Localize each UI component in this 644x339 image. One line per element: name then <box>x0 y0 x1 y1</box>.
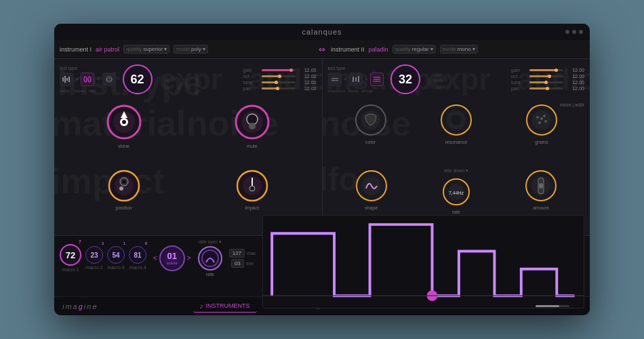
tune1-slider[interactable] <box>262 81 296 83</box>
sequencer-graph[interactable] <box>262 215 584 308</box>
resonance-knob-wrapper: resonance <box>439 102 474 163</box>
chevron2b-icon: ▾ <box>472 46 475 52</box>
svg-rect-30 <box>355 77 357 81</box>
dot3[interactable] <box>579 30 583 34</box>
mute-knob[interactable] <box>233 102 272 142</box>
svg-point-7 <box>106 79 112 81</box>
scene-label: scene <box>167 261 178 265</box>
mode1-val: poly <box>191 46 201 52</box>
gain1-val: 12.00 <box>298 68 317 73</box>
shape-knob[interactable] <box>354 168 389 203</box>
instrument1-panel: inst.type expr audio material noise impa… <box>54 59 323 235</box>
position-knob-wrapper: position <box>106 168 142 228</box>
quality1-label: quality <box>126 46 142 52</box>
main-window: calanques instrument I air patrol qualit… <box>54 24 590 315</box>
instrument1-expr-value[interactable]: 62 <box>123 64 153 94</box>
gain2-slider[interactable] <box>529 69 563 71</box>
quality2-select[interactable]: quality regular ▾ <box>393 45 436 54</box>
section-label: noise | addr <box>560 102 584 107</box>
instrument1-top: inst.type + + <box>54 59 322 100</box>
inst1-icon-skin[interactable] <box>102 73 116 86</box>
rate-down-label: rate down ▾ <box>443 168 468 174</box>
inst1-icon-noise[interactable] <box>60 73 73 86</box>
mode2-label: mode <box>443 46 456 52</box>
shine-knob[interactable] <box>104 102 144 142</box>
quality2-label: quality <box>395 46 411 52</box>
position-knob[interactable] <box>106 168 142 203</box>
chevron1-icon: ▾ <box>164 46 167 52</box>
lfo-max-box[interactable]: 127 <box>229 249 245 258</box>
chevron1b-icon: ▾ <box>203 46 205 52</box>
svg-rect-31 <box>358 76 359 82</box>
vol-slider[interactable] <box>536 305 569 307</box>
macro3-knob[interactable]: 1 54 <box>107 246 125 264</box>
mode2-select[interactable]: mode mono ▾ <box>440 45 478 54</box>
rate-sync-label[interactable]: rate sync ▾ <box>199 239 222 245</box>
svg-rect-28 <box>331 80 338 81</box>
audio1-oct: oct 12.00 <box>243 74 317 79</box>
instrument2-panel: inst.type expr audio noise lfo inst.type… <box>323 59 590 235</box>
oct1-label: oct <box>243 74 260 79</box>
macro4-label: macro 4 <box>129 265 146 270</box>
scene-prev-button[interactable]: < <box>153 254 157 262</box>
title-bar: calanques <box>54 24 590 40</box>
macro1-knob[interactable]: 7 72 <box>60 244 81 266</box>
inst2-icon-strings[interactable] <box>370 73 384 86</box>
rate-knob-big[interactable] <box>198 246 222 271</box>
audio1-tune: tune 12.00 <box>243 80 317 85</box>
shine-knob-wrapper: shine <box>104 102 144 163</box>
audio2-oct: oct 12.00 <box>511 74 584 79</box>
quality1-select[interactable]: quality superior ▾ <box>123 45 169 54</box>
dot1[interactable] <box>565 30 569 34</box>
lfo-min-box[interactable]: 03 <box>231 259 244 268</box>
svg-point-45 <box>544 120 547 123</box>
pan2-slider[interactable] <box>529 87 563 89</box>
plus3: + <box>344 76 347 83</box>
inst1-icon-tubes[interactable] <box>81 73 94 86</box>
gain1-slider[interactable] <box>262 69 296 71</box>
connect-icon: ⇔ <box>319 45 325 54</box>
scene-next-button[interactable]: > <box>187 254 191 262</box>
tune2-val: 12.00 <box>565 80 584 85</box>
tab-instruments[interactable]: ♪ INSTRUMENTS <box>193 300 257 313</box>
instrument2-preset[interactable]: paladin <box>369 46 388 53</box>
impact-knob[interactable] <box>235 168 270 203</box>
grains-knob-wrapper: grains <box>524 102 559 163</box>
pan1-slider[interactable] <box>262 87 296 89</box>
amount-knob[interactable] <box>523 168 559 203</box>
rate-knob[interactable]: 7,44Hz <box>441 176 472 207</box>
svg-point-42 <box>536 116 539 119</box>
svg-point-43 <box>543 115 546 117</box>
dot2[interactable] <box>572 30 576 34</box>
oct2-val: 12.00 <box>565 74 584 79</box>
macro2-val-top: 3 <box>102 241 104 245</box>
quality1-val: superior <box>143 46 163 52</box>
bottom-main: 7 72 macro 1 3 23 macro 2 1 54 macro 3 <box>54 236 590 280</box>
svg-rect-2 <box>66 78 68 81</box>
color-knob[interactable] <box>353 102 388 138</box>
macro2-knob[interactable]: 3 23 <box>85 246 103 264</box>
macro4-knob[interactable]: 8 81 <box>129 246 146 264</box>
plus2: + <box>96 76 100 83</box>
pan2-label: pan <box>511 86 527 91</box>
grains-knob[interactable] <box>524 102 559 138</box>
instrument1-preset[interactable]: air patrol <box>96 46 119 53</box>
resonance-label: resonance <box>445 140 467 144</box>
resonance-knob[interactable] <box>439 102 474 138</box>
instrument2-expr-value[interactable]: 32 <box>390 64 420 94</box>
macro1-label: macro 1 <box>62 267 79 272</box>
instrument1-header: instrument I air patrol quality superior… <box>54 45 319 54</box>
inst2-icon-bares[interactable] <box>349 73 363 86</box>
mode1-select[interactable]: mode poly ▾ <box>174 45 208 54</box>
inst2-icon-sequence[interactable] <box>328 73 342 86</box>
inst2-type-section: inst.type + + <box>328 66 384 93</box>
instrument1-knobs-row1: shine mute <box>54 100 322 165</box>
oct1-slider[interactable] <box>262 75 296 77</box>
tune2-slider[interactable] <box>529 81 563 83</box>
macro4-val-top: 8 <box>145 241 147 245</box>
grains-label: grains <box>535 140 548 144</box>
oct2-slider[interactable] <box>529 75 563 77</box>
rate-section: rate sync ▾ rate <box>198 239 222 277</box>
lfo-min-label: min <box>246 261 254 266</box>
sequencer-section: ◄ cassuolet ► • magnetic loop grid <box>262 207 584 308</box>
